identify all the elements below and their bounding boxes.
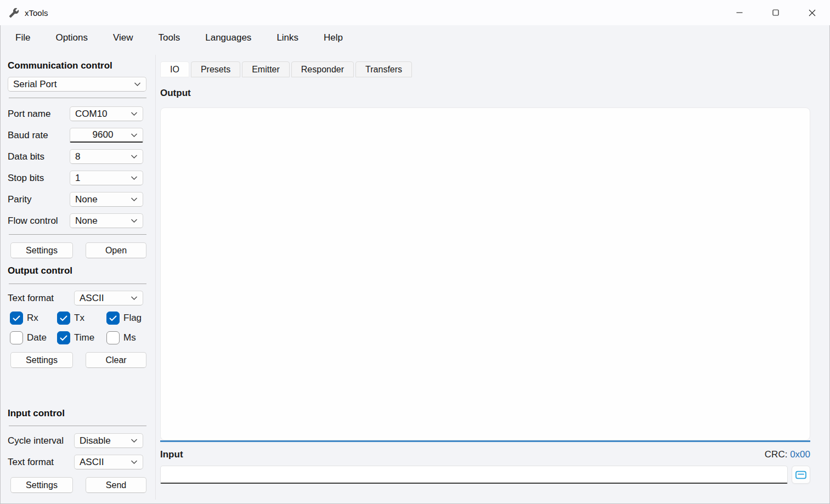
chevron-down-icon (131, 460, 138, 465)
output-textarea[interactable] (160, 107, 810, 440)
chevron-down-icon (131, 133, 138, 138)
output-text-format-label: Text format (8, 293, 74, 304)
communication-control-header: Communication control (8, 60, 146, 71)
menu-help[interactable]: Help (324, 32, 343, 43)
clear-button[interactable]: Clear (86, 352, 146, 368)
input-format-button[interactable] (792, 466, 810, 484)
time-label: Time (74, 332, 94, 343)
time-checkbox[interactable]: Time (57, 331, 106, 344)
baud-rate-label: Baud rate (8, 130, 70, 141)
input-text-format-label: Text format (8, 457, 74, 468)
menu-tools[interactable]: Tools (159, 32, 180, 43)
input-row (160, 466, 810, 484)
output-checkboxes: Rx Tx Flag Date Time (8, 312, 146, 344)
ms-label: Ms (123, 332, 136, 343)
divider (9, 234, 146, 235)
output-settings-button[interactable]: Settings (10, 352, 73, 368)
crc-status: CRC: 0x00 (765, 449, 810, 460)
parity-select[interactable]: None (70, 192, 143, 207)
output-area-wrap (160, 107, 810, 440)
port-name-label: Port name (8, 109, 70, 120)
port-name-value: COM10 (75, 109, 131, 120)
divider (9, 426, 146, 426)
chevron-down-icon (131, 154, 138, 159)
tx-checkbox[interactable]: Tx (57, 312, 106, 325)
cycle-interval-row: Cycle interval Disable (8, 433, 146, 448)
open-button[interactable]: Open (86, 242, 146, 258)
tab-presets[interactable]: Presets (191, 61, 240, 77)
flow-control-value: None (75, 216, 131, 226)
comm-buttons: Settings Open (8, 242, 146, 258)
chevron-down-icon (131, 175, 138, 180)
rx-label: Rx (27, 313, 38, 324)
ms-checkbox[interactable]: Ms (106, 331, 136, 344)
window-title: xTools (25, 8, 48, 18)
stop-bits-row: Stop bits 1 (8, 171, 146, 185)
menu-view[interactable]: View (113, 32, 133, 43)
chevron-down-icon (134, 82, 141, 87)
maximize-button[interactable] (758, 0, 794, 25)
tab-io[interactable]: IO (160, 61, 189, 77)
comm-type-value: Serial Port (13, 79, 134, 90)
output-text-format-value: ASCII (80, 293, 131, 304)
checkbox-box[interactable] (57, 331, 70, 344)
flag-checkbox[interactable]: Flag (106, 312, 142, 325)
data-bits-select[interactable]: 8 (70, 149, 143, 164)
crc-value: 0x00 (790, 449, 810, 460)
output-text-format-row: Text format ASCII (8, 291, 146, 305)
baud-rate-row: Baud rate 9600 (8, 128, 146, 143)
send-input[interactable] (160, 466, 788, 484)
cycle-interval-value: Disable (80, 435, 131, 446)
crc-label: CRC: (765, 449, 788, 460)
tab-responder[interactable]: Responder (291, 61, 354, 77)
cycle-interval-select[interactable]: Disable (74, 433, 143, 448)
input-control-header: Input control (8, 408, 146, 419)
tab-transfers[interactable]: Transfers (355, 61, 412, 77)
data-bits-label: Data bits (8, 151, 70, 162)
output-control-header: Output control (8, 265, 146, 276)
tab-emitter[interactable]: Emitter (242, 61, 290, 77)
rx-checkbox[interactable]: Rx (10, 312, 57, 325)
send-button[interactable]: Send (86, 477, 146, 493)
chevron-down-icon (131, 197, 138, 202)
flow-control-select[interactable]: None (70, 213, 143, 228)
main-panel: IO Presets Emitter Responder Transfers O… (160, 55, 810, 504)
divider (9, 98, 146, 98)
menu-options[interactable]: Options (55, 32, 88, 43)
input-method-icon (795, 470, 807, 480)
data-bits-row: Data bits 8 (8, 149, 146, 164)
window-controls (721, 0, 830, 25)
menu-languages[interactable]: Languages (205, 32, 251, 43)
sidebar-splitter[interactable] (155, 55, 156, 500)
baud-rate-select[interactable]: 9600 (70, 128, 143, 143)
output-buttons: Settings Clear (8, 352, 146, 368)
minimize-button[interactable] (721, 0, 758, 25)
divider (9, 284, 146, 284)
menu-file[interactable]: File (15, 32, 30, 43)
cycle-interval-label: Cycle interval (8, 435, 74, 446)
port-name-select[interactable]: COM10 (70, 106, 143, 121)
checkbox-box[interactable] (10, 312, 23, 325)
comm-type-select[interactable]: Serial Port (8, 77, 146, 92)
flag-label: Flag (123, 313, 142, 324)
input-text-format-select[interactable]: ASCII (74, 455, 143, 469)
checkbox-box[interactable] (106, 331, 120, 344)
comm-settings-button[interactable]: Settings (10, 242, 73, 258)
chevron-down-icon (131, 218, 138, 223)
app-window: xTools File Options View Tools Languages… (0, 0, 830, 504)
date-checkbox[interactable]: Date (10, 331, 57, 344)
input-settings-button[interactable]: Settings (10, 477, 73, 493)
input-section-label: Input (160, 449, 183, 460)
output-text-format-select[interactable]: ASCII (74, 291, 143, 305)
checkbox-box[interactable] (10, 331, 23, 344)
baud-rate-value: 9600 (75, 129, 131, 140)
stop-bits-select[interactable]: 1 (70, 171, 143, 185)
checkbox-box[interactable] (57, 312, 70, 325)
parity-row: Parity None (8, 192, 146, 207)
stop-bits-label: Stop bits (8, 173, 70, 184)
date-label: Date (27, 332, 47, 343)
menu-links[interactable]: Links (276, 32, 298, 43)
close-button[interactable] (794, 0, 830, 25)
stop-bits-value: 1 (75, 173, 131, 184)
checkbox-box[interactable] (106, 312, 120, 325)
